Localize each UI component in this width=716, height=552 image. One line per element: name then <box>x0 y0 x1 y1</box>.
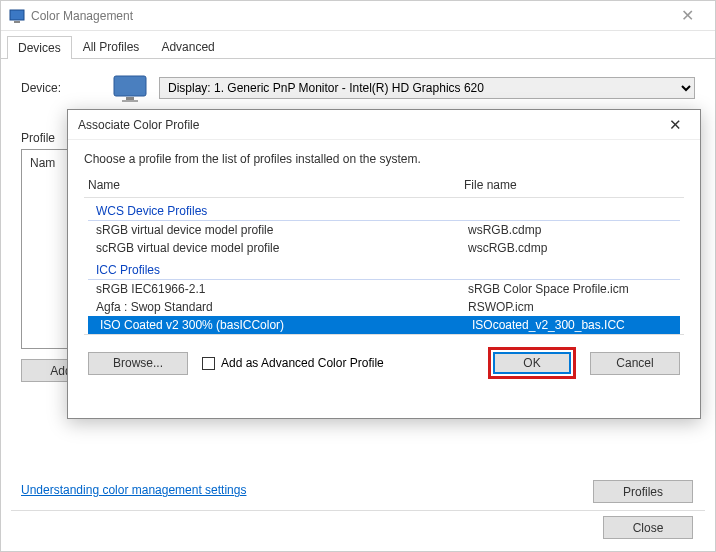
svg-rect-1 <box>14 21 20 23</box>
separator <box>11 510 705 511</box>
help-link[interactable]: Understanding color management settings <box>21 483 246 497</box>
dialog-body: Choose a profile from the list of profil… <box>68 140 700 389</box>
group-icc: ICC Profiles <box>88 259 680 280</box>
window-title: Color Management <box>31 9 667 23</box>
svg-rect-0 <box>10 10 24 20</box>
group-wcs: WCS Device Profiles <box>88 200 680 221</box>
ok-button[interactable]: OK <box>493 352 571 374</box>
app-icon <box>9 8 25 24</box>
profile-list[interactable]: WCS Device Profiles sRGB virtual device … <box>84 200 684 335</box>
col-header-name[interactable]: Name <box>88 178 464 192</box>
list-item[interactable]: Agfa : Swop Standard RSWOP.icm <box>84 298 684 316</box>
profiles-button[interactable]: Profiles <box>593 480 693 503</box>
list-item[interactable]: scRGB virtual device model profile wscRG… <box>84 239 684 257</box>
col-header-file[interactable]: File name <box>464 178 680 192</box>
browse-button[interactable]: Browse... <box>88 352 188 375</box>
close-button[interactable]: Close <box>603 516 693 539</box>
associate-profile-dialog: Associate Color Profile ✕ Choose a profi… <box>67 109 701 419</box>
dialog-actions: Browse... Add as Advanced Color Profile … <box>84 335 684 379</box>
cancel-button[interactable]: Cancel <box>590 352 680 375</box>
dialog-columns: Name File name <box>84 176 684 198</box>
dialog-titlebar: Associate Color Profile ✕ <box>68 110 700 140</box>
svg-rect-3 <box>126 97 134 100</box>
tab-devices[interactable]: Devices <box>7 36 72 59</box>
checkbox-icon[interactable] <box>202 357 215 370</box>
list-item-selected[interactable]: ISO Coated v2 300% (basICColor) ISOcoate… <box>88 316 680 334</box>
monitor-icon <box>111 73 149 103</box>
dialog-message: Choose a profile from the list of profil… <box>84 152 684 166</box>
tab-advanced[interactable]: Advanced <box>150 35 225 58</box>
tab-bar: Devices All Profiles Advanced <box>1 31 715 59</box>
device-select[interactable]: Display: 1. Generic PnP Monitor - Intel(… <box>159 77 695 99</box>
window-close-icon[interactable]: ✕ <box>667 6 707 25</box>
color-management-window: Color Management ✕ Devices All Profiles … <box>0 0 716 552</box>
ok-highlight: OK <box>488 347 576 379</box>
device-row: Device: Display: 1. Generic PnP Monitor … <box>21 73 695 103</box>
list-item[interactable]: sRGB IEC61966-2.1 sRGB Color Space Profi… <box>84 280 684 298</box>
list-item[interactable]: sRGB virtual device model profile wsRGB.… <box>84 221 684 239</box>
dialog-title: Associate Color Profile <box>78 118 660 132</box>
tab-all-profiles[interactable]: All Profiles <box>72 35 151 58</box>
dialog-close-icon[interactable]: ✕ <box>660 116 690 134</box>
svg-rect-2 <box>114 76 146 96</box>
device-label: Device: <box>21 81 111 95</box>
svg-rect-4 <box>122 100 138 102</box>
add-advanced-checkbox[interactable]: Add as Advanced Color Profile <box>202 356 384 370</box>
titlebar: Color Management ✕ <box>1 1 715 31</box>
